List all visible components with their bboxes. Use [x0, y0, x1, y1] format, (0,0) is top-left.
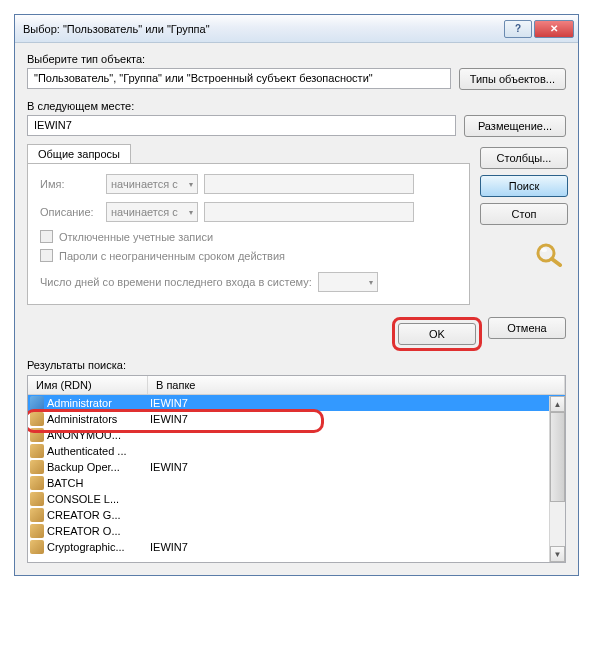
table-row[interactable]: ANONYMOU...	[28, 427, 565, 443]
days-label: Число дней со времени последнего входа в…	[40, 276, 312, 288]
columns-button[interactable]: Столбцы...	[480, 147, 568, 169]
checkbox-icon	[40, 249, 53, 262]
location-label: В следующем месте:	[27, 100, 566, 112]
days-combo[interactable]	[318, 272, 378, 292]
find-now-button[interactable]: Поиск	[480, 175, 568, 197]
table-row[interactable]: Backup Oper...IEWIN7	[28, 459, 565, 475]
description-combo[interactable]: начинается с	[106, 202, 198, 222]
name-input[interactable]	[204, 174, 414, 194]
description-label: Описание:	[40, 206, 100, 218]
row-name: CREATOR O...	[47, 525, 150, 537]
row-folder: IEWIN7	[150, 413, 563, 425]
nonexpiring-passwords-checkbox[interactable]: Пароли с неограниченным сроком действия	[40, 249, 457, 262]
row-name: CONSOLE L...	[47, 493, 150, 505]
location-field: IEWIN7	[27, 115, 456, 136]
table-row[interactable]: Authenticated ...	[28, 443, 565, 459]
results-list: Имя (RDN) В папке AdministratorIEWIN7Adm…	[27, 375, 566, 563]
row-name: Backup Oper...	[47, 461, 150, 473]
close-button[interactable]: ✕	[534, 20, 574, 38]
dialog-window: Выбор: "Пользователь" или "Группа" ? ✕ В…	[14, 14, 579, 576]
table-row[interactable]: Cryptographic...IEWIN7	[28, 539, 565, 555]
tab-common-queries[interactable]: Общие запросы	[27, 144, 131, 163]
row-name: Cryptographic...	[47, 541, 150, 553]
magnifier-icon	[534, 241, 566, 267]
group-icon	[30, 524, 44, 538]
description-input[interactable]	[204, 202, 414, 222]
user-icon	[30, 396, 44, 410]
window-title: Выбор: "Пользователь" или "Группа"	[23, 23, 504, 35]
row-name: BATCH	[47, 477, 150, 489]
disabled-accounts-checkbox[interactable]: Отключенные учетные записи	[40, 230, 457, 243]
column-name[interactable]: Имя (RDN)	[28, 376, 148, 394]
group-icon	[30, 476, 44, 490]
vertical-scrollbar[interactable]: ▲ ▼	[549, 396, 565, 562]
table-row[interactable]: CONSOLE L...	[28, 491, 565, 507]
group-icon	[30, 412, 44, 426]
row-folder: IEWIN7	[150, 461, 563, 473]
titlebar: Выбор: "Пользователь" или "Группа" ? ✕	[15, 15, 578, 43]
row-name: CREATOR G...	[47, 509, 150, 521]
row-name: Administrators	[47, 413, 150, 425]
table-row[interactable]: BATCH	[28, 475, 565, 491]
checkbox-icon	[40, 230, 53, 243]
table-row[interactable]: CREATOR G...	[28, 507, 565, 523]
table-row[interactable]: AdministratorsIEWIN7	[28, 411, 565, 427]
scroll-down-icon[interactable]: ▼	[550, 546, 565, 562]
row-folder: IEWIN7	[150, 397, 563, 409]
group-icon	[30, 492, 44, 506]
object-type-field: "Пользователь", "Группа" или "Встроенный…	[27, 68, 451, 89]
group-icon	[30, 428, 44, 442]
cancel-button[interactable]: Отмена	[488, 317, 566, 339]
stop-button[interactable]: Стоп	[480, 203, 568, 225]
table-row[interactable]: CREATOR O...	[28, 523, 565, 539]
scroll-up-icon[interactable]: ▲	[550, 396, 565, 412]
row-name: ANONYMOU...	[47, 429, 150, 441]
group-icon	[30, 540, 44, 554]
object-types-button[interactable]: Типы объектов...	[459, 68, 566, 90]
table-row[interactable]: AdministratorIEWIN7	[28, 395, 565, 411]
row-name: Authenticated ...	[47, 445, 150, 457]
results-label: Результаты поиска:	[27, 359, 566, 371]
help-button[interactable]: ?	[504, 20, 532, 38]
name-combo[interactable]: начинается с	[106, 174, 198, 194]
results-header: Имя (RDN) В папке	[28, 376, 565, 395]
name-label: Имя:	[40, 178, 100, 190]
ok-highlight: OK	[392, 317, 482, 351]
scroll-thumb[interactable]	[550, 412, 565, 502]
locations-button[interactable]: Размещение...	[464, 115, 566, 137]
column-folder[interactable]: В папке	[148, 376, 565, 394]
group-icon	[30, 460, 44, 474]
object-type-label: Выберите тип объекта:	[27, 53, 566, 65]
row-name: Administrator	[47, 397, 150, 409]
group-icon	[30, 444, 44, 458]
svg-point-2	[541, 248, 547, 252]
ok-button[interactable]: OK	[398, 323, 476, 345]
group-icon	[30, 508, 44, 522]
svg-line-1	[552, 259, 560, 265]
row-folder: IEWIN7	[150, 541, 563, 553]
